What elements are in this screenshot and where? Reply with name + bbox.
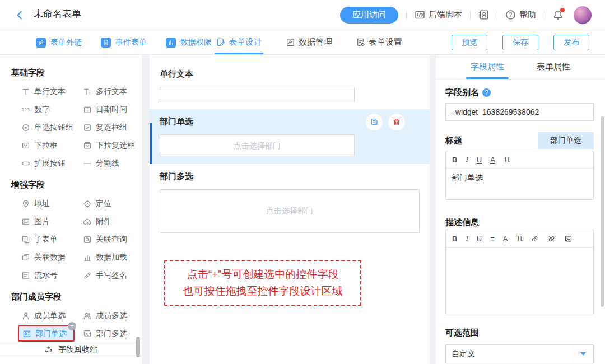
field-label: 部门多选 [96, 329, 127, 339]
save-button[interactable]: 保存 [502, 35, 538, 50]
field-number[interactable]: 数字 [18, 101, 53, 119]
canvas-field-dept-multi[interactable]: 部门多选 点击选择部门 [150, 164, 430, 240]
field-attachment[interactable]: 附件 [80, 213, 115, 231]
user-avatar[interactable] [574, 6, 592, 24]
divider [406, 11, 407, 20]
event-form-button[interactable]: 事件表单 [101, 38, 147, 48]
panel-scrollbar[interactable] [601, 116, 604, 307]
field-image[interactable]: 图片 [18, 213, 53, 231]
main-area: 基础字段 单行文本 多行文本 数字 日期时间 单选按钮组 复选框组 下拉框 下拉… [0, 55, 605, 364]
sidebar-scrollbar[interactable] [136, 337, 140, 357]
field-title-chip[interactable]: 部门单选 [538, 132, 594, 149]
field-signature[interactable]: 手写签名 [80, 267, 131, 284]
field-label: 关联数据 [34, 253, 66, 263]
range-dropdown[interactable]: 自定义 [445, 344, 594, 363]
field-divider-line[interactable]: 分割线 [80, 155, 123, 172]
field-data-load[interactable]: 数据加载 [80, 249, 131, 267]
range-label: 可选范围 [445, 328, 594, 338]
notification-bell[interactable] [552, 10, 564, 21]
font-size-button[interactable]: Tt [516, 235, 522, 242]
italic-button[interactable]: I [466, 155, 468, 164]
bold-button[interactable]: B [452, 235, 457, 243]
font-color-button[interactable]: A [490, 156, 495, 164]
field-address[interactable]: 地址 [18, 195, 53, 213]
description-editor-content[interactable] [446, 248, 593, 314]
remove-link-icon[interactable] [547, 235, 556, 243]
code-icon [415, 10, 425, 20]
section-enhanced-fields: 增强字段 [11, 180, 142, 190]
enhanced-fields-grid: 地址 定位 图片 附件 子表单 关联查询 关联数据 数据加载 流水号 手写签名 [0, 195, 142, 284]
tab-field-properties[interactable]: 字段属性 [471, 55, 504, 79]
field-related-data[interactable]: 关联数据 [18, 249, 69, 267]
help-button[interactable]: 帮助 [505, 10, 536, 20]
field-datetime[interactable]: 日期时间 [80, 101, 131, 119]
field-subform[interactable]: 子表单 [18, 231, 61, 249]
field-label: 定位 [96, 199, 111, 209]
dept-single-select-input[interactable] [160, 134, 355, 156]
field-multi-select[interactable]: 下拉复选框 [80, 137, 138, 155]
field-label: 分割线 [96, 158, 119, 169]
data-manage-icon [286, 38, 295, 47]
form-external-link-button[interactable]: 表单外链 [36, 38, 82, 48]
tab-data-manage-label: 数据管理 [299, 37, 332, 48]
dept-multi-select-box[interactable]: 点击选择部门 [160, 189, 420, 233]
title-label-row: 标题 部门单选 [445, 132, 594, 149]
insert-image-icon[interactable] [564, 235, 573, 243]
single-line-text-input[interactable] [160, 87, 355, 102]
field-member-single[interactable]: 成员单选 [18, 307, 69, 325]
field-label: 关联查询 [96, 235, 127, 245]
delete-field-button[interactable] [388, 114, 405, 130]
add-field-plus-badge[interactable]: + [68, 322, 76, 330]
field-single-line-text[interactable]: 单行文本 [18, 83, 69, 101]
italic-button[interactable]: I [466, 234, 468, 243]
font-color-button[interactable]: A [503, 235, 508, 243]
align-button[interactable]: ≡ [490, 235, 495, 243]
copy-field-button[interactable] [366, 114, 383, 130]
field-location[interactable]: 定位 [80, 195, 115, 213]
field-serial-number[interactable]: 流水号 [18, 267, 61, 284]
field-actions [366, 114, 405, 130]
field-label: 单行文本 [34, 87, 66, 97]
form-design-canvas: 单行文本 部门单选 部门多选 点击选择部门 点击“+”号可创建选中的控件字段 也… [150, 55, 430, 364]
field-related-query[interactable]: 关联查询 [80, 231, 131, 249]
multi-text-icon [83, 87, 92, 96]
backend-script-label: 后端脚本 [429, 10, 462, 20]
title-editor-content[interactable]: 部门单选 [446, 169, 593, 199]
underline-button[interactable]: U [477, 235, 482, 243]
app-access-button[interactable]: 应用访问 [340, 7, 398, 24]
help-label: 帮助 [519, 10, 536, 20]
tab-form-design[interactable]: 表单设计 [216, 30, 262, 54]
canvas-field-dept-single-selected[interactable]: 部门单选 [150, 109, 430, 164]
field-dept-single-selected[interactable]: 部门单选 + [18, 325, 75, 342]
field-multi-line-text[interactable]: 多行文本 [80, 83, 131, 101]
font-size-button[interactable]: Tt [504, 156, 510, 164]
back-button[interactable] [15, 10, 25, 20]
recycle-icon [44, 345, 53, 354]
tab-form-properties[interactable]: 表单属性 [537, 55, 570, 79]
insert-link-icon[interactable] [530, 235, 539, 243]
field-alias-input[interactable] [445, 103, 594, 121]
field-select[interactable]: 下拉框 [18, 137, 61, 155]
field-radio-group[interactable]: 单选按钮组 [18, 119, 77, 137]
field-member-multi[interactable]: 成员多选 [80, 307, 131, 325]
top-header: 未命名表单 应用访问 后端脚本 帮助 [0, 0, 605, 30]
tab-data-manage[interactable]: 数据管理 [286, 30, 332, 54]
alias-help-icon[interactable]: ? [482, 88, 491, 97]
field-checkbox-group[interactable]: 复选框组 [80, 119, 131, 137]
data-permission-button[interactable]: 数据权限 [166, 38, 212, 48]
tab-form-setting[interactable]: 表单设置 [356, 30, 402, 54]
select-icon [21, 141, 30, 150]
underline-button[interactable]: U [477, 156, 482, 164]
field-recycle-bin[interactable]: 字段回收站 [0, 343, 142, 356]
contacts-button[interactable] [478, 10, 489, 20]
field-dept-multi[interactable]: 部门多选 [80, 325, 131, 343]
annotation-line-2: 也可按住拖拽至控件字段设计区域 [166, 283, 359, 300]
canvas-field-single-line-text[interactable]: 单行文本 [150, 62, 430, 109]
field-extend-button[interactable]: 扩展按钮 [18, 155, 69, 172]
bold-button[interactable]: B [452, 156, 457, 164]
preview-button[interactable]: 预览 [452, 35, 487, 50]
backend-script-button[interactable]: 后端脚本 [415, 10, 462, 20]
checkbox-icon [83, 123, 92, 132]
publish-button[interactable]: 发布 [553, 35, 589, 50]
form-title[interactable]: 未命名表单 [34, 7, 81, 22]
